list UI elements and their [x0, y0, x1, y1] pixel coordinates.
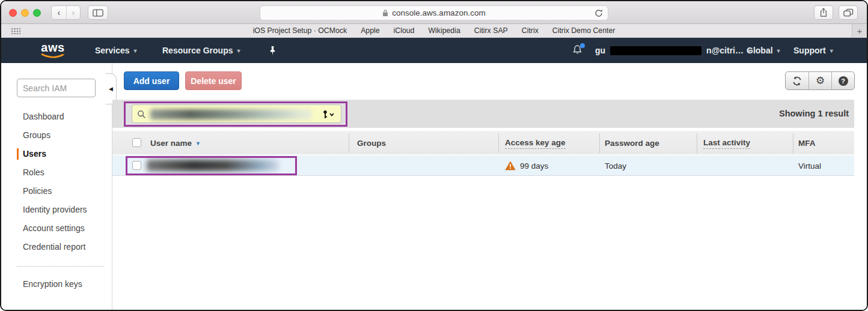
select-all-checkbox[interactable] — [132, 138, 141, 147]
forward-button[interactable]: › — [66, 6, 81, 19]
help-button[interactable]: ? — [831, 72, 854, 89]
nav-support-label: Support — [793, 46, 826, 55]
nav-resource-groups-label: Resource Groups — [162, 46, 233, 55]
column-header-password-age[interactable]: Password age — [605, 131, 659, 156]
sidebar-item-credential-report[interactable]: Credential report — [1, 238, 112, 256]
nav-account-menu[interactable]: gun@citri… ▾ — [595, 38, 751, 63]
column-header-label: Groups — [357, 139, 386, 148]
url-text: console.aws.amazon.com — [392, 8, 485, 17]
share-button[interactable] — [814, 5, 833, 20]
reload-button[interactable] — [594, 9, 603, 17]
nav-resource-groups-menu[interactable]: Resource Groups ▾ — [162, 38, 240, 63]
cell-mfa: Virtual — [798, 156, 821, 176]
column-header-mfa[interactable]: MFA — [798, 131, 816, 156]
annotation-box-user — [126, 156, 297, 175]
sidebar-item-users[interactable]: Users — [1, 145, 112, 163]
nav-notifications[interactable] — [572, 38, 583, 63]
chevron-down-icon: ▾ — [237, 47, 240, 54]
nav-region-menu[interactable]: Global ▾ — [747, 38, 780, 63]
bookmark-item[interactable]: Citirx SAP — [474, 26, 508, 35]
plus-icon: + — [857, 26, 863, 36]
lock-icon — [382, 9, 388, 17]
sidebar-item-roles[interactable]: Roles — [1, 163, 112, 182]
sidebar-icon — [93, 9, 103, 17]
bookmark-item[interactable]: iCloud — [394, 26, 415, 35]
help-icon: ? — [839, 76, 848, 86]
column-divider — [349, 133, 349, 153]
column-header-label: Last activity — [703, 138, 750, 149]
search-iam-input[interactable] — [17, 79, 96, 97]
bookmarks-bar: iOS Project Setup · OCMock Apple iCloud … — [1, 24, 867, 38]
browser-titlebar: ‹ › console.aws.amazon.com — [1, 1, 867, 24]
sidebar-item-account-settings[interactable]: Account settings — [1, 219, 112, 238]
column-header-groups[interactable]: Groups — [357, 131, 386, 156]
sidebar-item-dashboard[interactable]: Dashboard — [1, 107, 112, 126]
collapse-left-icon: ◀ — [109, 86, 113, 92]
back-button[interactable]: ‹ — [52, 6, 66, 19]
pushpin-icon — [269, 46, 277, 56]
nav-support-menu[interactable]: Support ▾ — [793, 38, 833, 63]
account-name-suffix: n@citri… — [706, 46, 744, 55]
aws-navbar: aws Services ▾ Resource Groups ▾ gun@cit… — [1, 38, 867, 63]
browser-window: ‹ › console.aws.amazon.com — [0, 0, 868, 311]
bookmark-item[interactable]: Apple — [361, 26, 379, 35]
cell-password-age: Today — [605, 156, 626, 176]
cell-access-key-age: 99 days — [505, 156, 548, 176]
delete-user-button[interactable]: Delete user — [185, 71, 242, 90]
bookmark-item[interactable]: iOS Project Setup · OCMock — [253, 26, 347, 35]
settings-button[interactable]: ⚙ — [808, 72, 831, 89]
bookmark-item[interactable]: Citrix Demo Center — [552, 26, 616, 35]
column-header-user-name[interactable]: User name ▼ — [150, 131, 201, 156]
sidebar-item-policies[interactable]: Policies — [1, 182, 112, 201]
zoom-window-button[interactable] — [33, 9, 41, 17]
add-user-button[interactable]: Add user — [124, 71, 179, 90]
annotation-box-search — [124, 101, 347, 127]
sort-desc-icon: ▼ — [195, 140, 201, 146]
chevron-down-icon: ▾ — [777, 47, 780, 54]
chevron-down-icon: ▾ — [830, 47, 833, 54]
sidebar-item-encryption-keys[interactable]: Encryption keys — [23, 279, 82, 289]
new-tab-button[interactable]: + — [852, 24, 867, 37]
mfa-value: Virtual — [798, 162, 821, 171]
nav-services-menu[interactable]: Services ▾ — [95, 38, 137, 63]
back-icon: ‹ — [57, 8, 60, 17]
bookmark-item[interactable]: Wikipedia — [428, 26, 460, 35]
address-bar[interactable]: console.aws.amazon.com — [260, 5, 608, 20]
refresh-icon — [792, 76, 802, 86]
forward-icon: › — [72, 8, 75, 17]
history-nav-group: ‹ › — [51, 5, 81, 20]
column-divider — [599, 133, 600, 153]
aws-logo[interactable]: aws — [40, 42, 66, 59]
nav-pin-shortcut[interactable] — [269, 38, 277, 63]
filter-bar: Showing 1 result — [112, 100, 854, 128]
column-header-access-key-age[interactable]: Access key age — [505, 131, 566, 156]
column-divider — [498, 133, 499, 153]
column-divider — [793, 133, 793, 153]
page-content: ◀ Dashboard Groups Users Roles Policies … — [1, 63, 867, 311]
warning-icon — [505, 161, 516, 171]
tab-overview-button[interactable] — [839, 5, 858, 20]
sidebar-item-groups[interactable]: Groups — [1, 126, 112, 145]
redacted-account-name — [610, 46, 701, 55]
column-header-label: MFA — [798, 139, 816, 148]
tabs-icon — [843, 8, 854, 17]
sidebar-item-identity-providers[interactable]: Identity providers — [1, 201, 112, 219]
aws-logo-text: aws — [40, 42, 66, 53]
column-header-label: Password age — [605, 139, 659, 148]
user-table-row[interactable]: 99 days Today Virtual — [112, 156, 854, 176]
share-icon — [819, 8, 828, 17]
bell-icon — [572, 44, 583, 56]
close-window-button[interactable] — [9, 9, 17, 17]
nav-services-label: Services — [95, 46, 130, 55]
password-age-value: Today — [605, 162, 626, 171]
minimize-window-button[interactable] — [21, 9, 29, 17]
results-count: Showing 1 result — [779, 100, 849, 128]
table-tools-group: ⚙ ? — [785, 71, 855, 90]
gear-icon: ⚙ — [816, 76, 825, 86]
sidebar-menu: Dashboard Groups Users Roles Policies Id… — [1, 107, 112, 256]
refresh-button[interactable] — [786, 72, 808, 89]
column-header-last-activity[interactable]: Last activity — [703, 131, 750, 156]
sidebar-toggle-button[interactable] — [88, 5, 108, 20]
bookmark-item[interactable]: Citrix — [522, 26, 539, 35]
notification-dot — [580, 43, 585, 48]
